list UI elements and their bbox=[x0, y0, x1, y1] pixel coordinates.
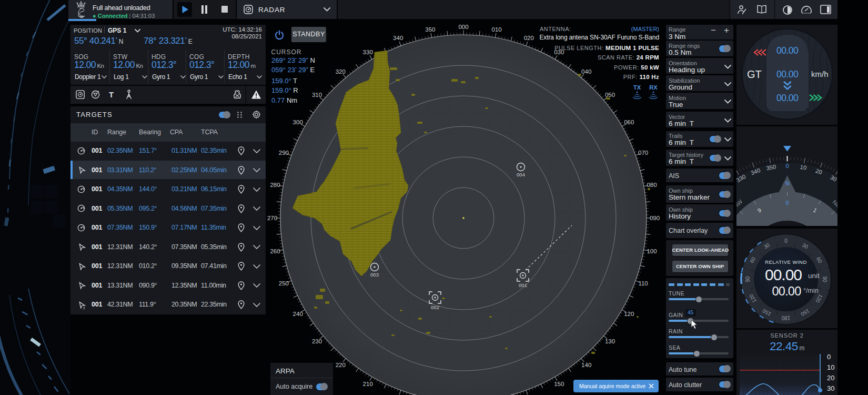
svg-text:080: 080 bbox=[647, 182, 657, 188]
svg-text:250: 250 bbox=[279, 280, 289, 287]
svg-text:060: 060 bbox=[624, 119, 634, 125]
svg-text:050: 050 bbox=[605, 92, 615, 98]
svg-text:140: 140 bbox=[581, 362, 591, 368]
svg-text:000: 000 bbox=[458, 24, 468, 30]
svg-text:320: 320 bbox=[336, 68, 346, 75]
svg-text:00.00: 00.00 bbox=[772, 284, 802, 298]
svg-text:260: 260 bbox=[270, 248, 280, 254]
svg-text:°/min: °/min bbox=[803, 287, 819, 294]
svg-text:30: 30 bbox=[827, 384, 834, 392]
svg-text:310: 310 bbox=[312, 92, 322, 98]
svg-text:20: 20 bbox=[827, 374, 834, 382]
svg-text:002: 002 bbox=[431, 304, 439, 310]
svg-text:130: 130 bbox=[605, 338, 615, 344]
svg-text:090: 090 bbox=[650, 215, 660, 221]
svg-text:120: 120 bbox=[624, 311, 634, 317]
svg-text:GT: GT bbox=[747, 68, 762, 80]
svg-text:00.00: 00.00 bbox=[776, 93, 799, 103]
svg-text:10: 10 bbox=[827, 363, 834, 371]
svg-text:0: 0 bbox=[827, 353, 831, 361]
svg-text:100: 100 bbox=[647, 248, 657, 254]
svg-text:180: 180 bbox=[781, 314, 790, 320]
svg-text:90: 90 bbox=[822, 276, 827, 282]
svg-text:290: 290 bbox=[279, 150, 289, 156]
svg-text:00.00: 00.00 bbox=[765, 266, 802, 283]
svg-text:150: 150 bbox=[554, 381, 564, 387]
svg-text:300: 300 bbox=[293, 119, 303, 125]
svg-text:001: 001 bbox=[519, 282, 527, 288]
svg-text:110: 110 bbox=[638, 280, 648, 287]
svg-text:0: 0 bbox=[784, 238, 788, 243]
svg-text:240: 240 bbox=[293, 311, 303, 317]
svg-text:unit: unit bbox=[808, 272, 820, 280]
svg-text:330: 330 bbox=[363, 49, 373, 55]
svg-text:220: 220 bbox=[336, 362, 346, 368]
svg-text:RELATIVE WIND: RELATIVE WIND bbox=[765, 259, 807, 265]
svg-text:N: N bbox=[785, 180, 790, 186]
svg-text:00.00: 00.00 bbox=[776, 69, 799, 80]
svg-text:010: 010 bbox=[492, 26, 502, 33]
svg-text:350: 350 bbox=[425, 26, 435, 33]
svg-text:004: 004 bbox=[517, 172, 525, 177]
svg-text:230: 230 bbox=[312, 338, 322, 344]
svg-text:020: 020 bbox=[524, 35, 534, 41]
svg-text:003: 003 bbox=[370, 272, 379, 278]
svg-text:270: 270 bbox=[267, 215, 277, 221]
svg-text:0: 0 bbox=[785, 163, 789, 169]
svg-text:210: 210 bbox=[363, 381, 373, 387]
svg-text:040: 040 bbox=[581, 68, 591, 75]
svg-text:280: 280 bbox=[270, 182, 280, 188]
svg-text:z: z bbox=[83, 305, 85, 309]
svg-text:0: 0 bbox=[785, 200, 789, 206]
svg-text:00.00: 00.00 bbox=[776, 45, 799, 56]
svg-text:10: 10 bbox=[800, 164, 807, 171]
svg-text:340: 340 bbox=[393, 35, 403, 41]
svg-text:km/h: km/h bbox=[811, 70, 829, 78]
svg-text:070: 070 bbox=[638, 150, 648, 156]
svg-text:90: 90 bbox=[745, 276, 751, 282]
